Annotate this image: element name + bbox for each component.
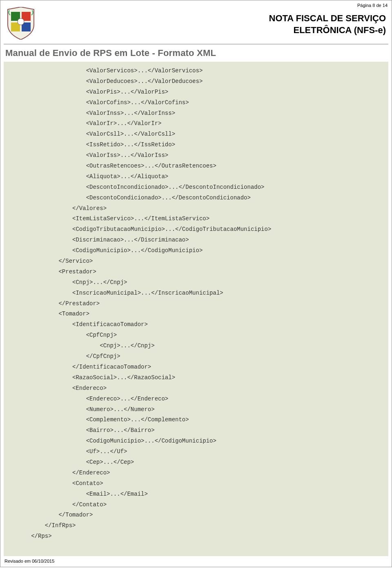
code-line: <InscricaoMunicipal>...</InscricaoMunici… bbox=[4, 288, 388, 299]
code-line: <OutrasRetencoes>...</OutrasRetencoes> bbox=[4, 161, 388, 172]
code-line: <ValorIr>...</ValorIr> bbox=[4, 119, 388, 129]
code-line: <Endereco>...</Endereco> bbox=[4, 394, 388, 405]
code-line: <IdentificacaoTomador> bbox=[4, 320, 388, 330]
code-line: <ValorInss>...</ValorInss> bbox=[4, 108, 388, 119]
code-line: <Uf>...</Uf> bbox=[4, 447, 388, 457]
code-line: </IdentificacaoTomador> bbox=[4, 362, 388, 373]
header-title-block: NOTA FISCAL DE SERVIÇO ELETRÔNICA (NFS-e… bbox=[40, 5, 386, 36]
code-line: <ValorDeducoes>...</ValorDeducoes> bbox=[4, 76, 388, 87]
code-line: <Complemento>...</Complemento> bbox=[4, 415, 388, 425]
code-line: </CpfCnpj> bbox=[4, 351, 388, 362]
code-line: <ValorServicos>...</ValorServicos> bbox=[4, 66, 388, 76]
code-line: <Bairro>...</Bairro> bbox=[4, 425, 388, 436]
document-header: NOTA FISCAL DE SERVIÇO ELETRÔNICA (NFS-e… bbox=[4, 4, 388, 45]
page-number: Página 8 de 14 bbox=[357, 3, 388, 8]
code-line: </Valores> bbox=[4, 203, 388, 214]
code-line: </InfRps> bbox=[4, 521, 388, 531]
document-subtitle: Manual de Envio de RPS em Lote - Formato… bbox=[4, 45, 388, 62]
code-line: <ItemListaServico>...</ItemListaServico> bbox=[4, 214, 388, 224]
code-line: <Cnpj>...</Cnpj> bbox=[4, 277, 388, 288]
code-line: <IssRetido>...</IssRetido> bbox=[4, 140, 388, 150]
code-line: <Tomador> bbox=[4, 309, 388, 320]
code-line: <Aliquota>...</Aliquota> bbox=[4, 172, 388, 182]
code-line: <CodigoTributacaoMunicipio>...</CodigoTr… bbox=[4, 224, 388, 235]
code-line: <Numero>...</Numero> bbox=[4, 405, 388, 415]
code-line: <CodigoMunicipio>...</CodigoMunicipio> bbox=[4, 246, 388, 256]
xml-code-block: <ValorServicos>...</ValorServicos> <Valo… bbox=[4, 62, 388, 556]
code-line: <Contato> bbox=[4, 479, 388, 489]
code-line: </Endereco> bbox=[4, 468, 388, 479]
code-line: </Contato> bbox=[4, 500, 388, 510]
code-line: <ValorCofins>...</ValorCofins> bbox=[4, 98, 388, 108]
code-line: <Endereco> bbox=[4, 383, 388, 394]
code-line: <Discriminacao>...</Discriminacao> bbox=[4, 235, 388, 246]
code-line: <CpfCnpj> bbox=[4, 330, 388, 341]
code-line: </Prestador> bbox=[4, 299, 388, 309]
document-page: Página 8 de 14 NOTA FISCAL DE SERVIÇO EL… bbox=[0, 0, 392, 567]
header-title-line1: NOTA FISCAL DE SERVIÇO bbox=[40, 13, 386, 25]
code-line: <DescontoIncondicionado>...</DescontoInc… bbox=[4, 182, 388, 193]
crest-icon bbox=[6, 7, 36, 40]
code-line: </Servico> bbox=[4, 256, 388, 267]
code-line: <RazaoSocial>...</RazaoSocial> bbox=[4, 373, 388, 383]
code-line: </Rps> bbox=[4, 531, 388, 542]
document-footer: Revisado em 06/10/2015 bbox=[4, 556, 388, 564]
code-line: <CodigoMunicipio>...</CodigoMunicipio> bbox=[4, 436, 388, 447]
code-line: <ValorIss>...</ValorIss> bbox=[4, 150, 388, 161]
code-line: <DescontoCondicionado>...</DescontoCondi… bbox=[4, 193, 388, 203]
svg-point-4 bbox=[18, 18, 24, 25]
code-line: <Email>...</Email> bbox=[4, 489, 388, 500]
code-line: <Cep>...</Cep> bbox=[4, 457, 388, 468]
code-line: </Tomador> bbox=[4, 510, 388, 521]
code-line: <ValorCsll>...</ValorCsll> bbox=[4, 129, 388, 140]
code-line: <Cnpj>...</Cnpj> bbox=[4, 341, 388, 351]
header-title-line2: ELETRÔNICA (NFS-e) bbox=[40, 25, 386, 36]
code-line: <ValorPis>...</ValorPis> bbox=[4, 87, 388, 98]
code-line: <Prestador> bbox=[4, 267, 388, 277]
